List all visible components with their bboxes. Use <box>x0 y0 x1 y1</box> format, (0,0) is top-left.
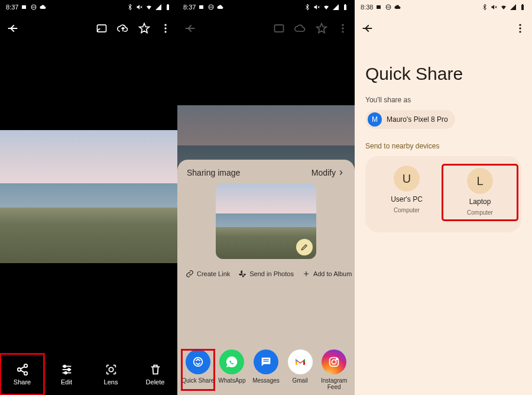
nearby-devices-list: U User's PC Computer L Laptop Computer <box>365 156 521 232</box>
svg-point-19 <box>64 372 67 374</box>
lens-icon <box>105 363 118 376</box>
device-laptop[interactable]: L Laptop Computer <box>443 166 517 219</box>
svg-rect-27 <box>345 4 346 5</box>
clock: 8:38 <box>361 4 373 11</box>
avatar: M <box>368 112 382 127</box>
create-link-chip[interactable]: Create Link <box>183 268 232 279</box>
device-name: User's PC <box>391 195 423 203</box>
messages-icon <box>254 349 278 374</box>
device-initial: U <box>394 166 420 192</box>
bluetooth-icon <box>304 4 311 11</box>
add-to-album-chip[interactable]: Add to Album <box>300 268 354 279</box>
whatsapp-icon <box>219 349 244 374</box>
back-button[interactable] <box>6 22 19 35</box>
share-sheet-title: Sharing image <box>187 168 240 177</box>
back-button <box>183 22 196 35</box>
instagram-icon <box>322 349 346 374</box>
lens-button[interactable]: Lens <box>89 354 133 395</box>
dnd-icon <box>30 4 37 11</box>
page-title: Quick Share <box>365 64 521 84</box>
wifi-icon <box>323 4 330 11</box>
clock: 8:37 <box>6 4 18 11</box>
screen-record-icon <box>198 4 205 11</box>
share-button[interactable]: Share <box>0 354 44 395</box>
edit-label: Edit <box>61 378 72 386</box>
delete-button[interactable]: Delete <box>133 354 177 395</box>
screen-record-icon <box>21 4 28 11</box>
modify-button[interactable]: Modify <box>312 168 345 177</box>
share-actions-row[interactable]: Create Link Send in Photos Add to Album … <box>177 265 355 283</box>
signal-icon <box>510 4 517 11</box>
quick-share-pane: 8:38 Quick Share You'll share as M Mauro… <box>355 0 532 395</box>
svg-point-18 <box>67 368 70 371</box>
gmail-app[interactable]: Gmail <box>284 349 317 390</box>
instagram-app[interactable]: Instagram Feed <box>317 349 351 390</box>
mute-icon <box>313 4 320 11</box>
svg-rect-21 <box>199 5 203 9</box>
link-icon <box>186 270 194 278</box>
svg-point-11 <box>24 364 27 368</box>
cast-icon[interactable] <box>96 22 108 34</box>
svg-rect-45 <box>522 4 523 5</box>
cloud-icon <box>394 4 401 11</box>
lens-label: Lens <box>104 378 118 386</box>
status-bar: 8:37 <box>0 0 177 14</box>
share-sheet-pane: 8:37 Sharing image Modify <box>177 0 355 395</box>
cast-icon <box>273 22 285 34</box>
whatsapp-app[interactable]: WhatsApp <box>215 349 248 390</box>
device-users-pc[interactable]: U User's PC Computer <box>370 166 443 219</box>
svg-rect-5 <box>167 5 169 10</box>
share-sheet-header: Sharing image Modify <box>177 160 355 183</box>
delete-label: Delete <box>146 378 165 386</box>
mute-icon <box>136 4 143 11</box>
more-vert-icon <box>337 22 349 34</box>
nearby-devices-label[interactable]: Send to nearby devices <box>365 142 521 150</box>
bluetooth-icon <box>126 4 134 11</box>
bottom-action-bar: Share Edit Lens Delete <box>0 354 177 395</box>
cloud-upload-icon <box>294 22 306 34</box>
trash-icon <box>149 363 162 376</box>
wifi-icon <box>500 4 507 11</box>
app-bar <box>0 14 177 43</box>
signal-icon <box>155 4 162 11</box>
svg-rect-44 <box>521 5 524 10</box>
edit-button[interactable]: Edit <box>44 354 89 395</box>
share-label: Share <box>14 378 31 386</box>
sharing-thumbnail[interactable] <box>216 183 316 259</box>
sliders-icon <box>60 363 73 376</box>
bluetooth-icon <box>481 4 488 11</box>
svg-point-29 <box>342 24 343 26</box>
svg-point-48 <box>519 31 521 33</box>
more-vert-icon[interactable] <box>514 22 526 34</box>
svg-point-38 <box>336 359 338 360</box>
svg-rect-6 <box>167 4 168 5</box>
edit-thumbnail-button[interactable] <box>296 239 313 255</box>
chevron-right-icon <box>337 169 345 177</box>
screen-record-icon <box>375 4 382 11</box>
dnd-icon <box>207 4 215 11</box>
photos-icon <box>238 270 246 278</box>
quick-share-app[interactable]: Quick Share <box>181 349 215 390</box>
device-initial: L <box>467 168 493 194</box>
share-icon <box>16 363 29 376</box>
cloud-upload-icon[interactable] <box>117 22 129 34</box>
svg-point-47 <box>519 27 521 29</box>
app-bar <box>355 14 532 43</box>
profile-chip[interactable]: M Mauro's Pixel 8 Pro <box>365 110 455 129</box>
send-in-photos-chip[interactable]: Send in Photos <box>236 268 296 279</box>
share-sheet[interactable]: Sharing image Modify Create Link Send in… <box>177 160 355 395</box>
svg-point-17 <box>63 365 66 368</box>
gmail-icon <box>288 349 313 374</box>
star-icon[interactable] <box>138 22 150 34</box>
messages-app[interactable]: Messages <box>249 349 283 390</box>
svg-point-10 <box>164 31 166 33</box>
svg-point-8 <box>164 24 166 26</box>
photo-preview[interactable] <box>0 130 177 263</box>
back-button[interactable] <box>361 22 374 35</box>
svg-point-37 <box>332 360 336 364</box>
quick-share-icon <box>186 349 210 374</box>
share-targets-row: Quick Share WhatsApp Messages Gmail <box>177 349 355 390</box>
plus-icon <box>302 270 310 278</box>
svg-point-13 <box>24 372 27 375</box>
more-vert-icon[interactable] <box>160 22 171 34</box>
